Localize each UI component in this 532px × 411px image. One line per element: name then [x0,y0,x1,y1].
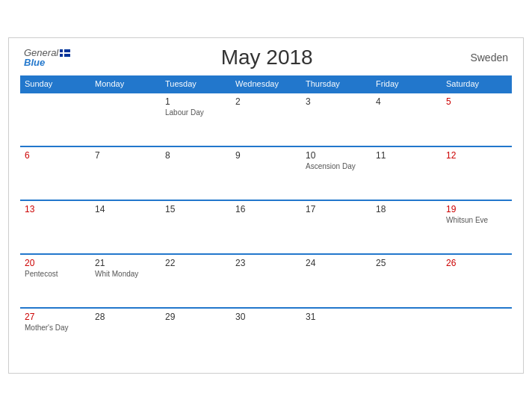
day-number: 25 [376,258,437,268]
week-row-4: 27Mother's Day28293031 [20,308,512,362]
day-number: 23 [235,258,297,268]
calendar-cell: 3 [301,93,371,146]
weekday-header-thursday: Thursday [301,75,371,93]
day-number: 7 [95,150,156,161]
day-number: 16 [235,204,297,214]
day-number: 26 [446,258,507,268]
day-number: 22 [165,258,226,268]
calendar-cell: 18 [371,200,442,254]
calendar-cell: 31 [301,308,371,362]
calendar-cell: 29 [161,308,231,362]
day-number: 5 [446,96,507,107]
day-event: Pentecost [25,270,86,278]
week-row-2: 13141516171819Whitsun Eve [20,200,512,254]
logo-blue-text: Blue [24,58,45,67]
calendar-container: General Blue May 2018 Sweden SundayMonda… [8,37,524,374]
calendar-cell: 21Whit Monday [90,254,161,308]
calendar-cell: 12 [442,146,512,200]
calendar-cell: 25 [371,254,442,308]
day-number: 28 [95,312,156,322]
calendar-cell: 26 [442,254,512,308]
day-number: 2 [235,96,297,107]
weekday-header-wednesday: Wednesday [231,75,301,93]
weekday-header-saturday: Saturday [442,75,512,93]
calendar-cell: 30 [231,308,301,362]
calendar-cell [371,308,442,362]
calendar-cell: 9 [231,146,301,200]
day-number: 17 [306,204,367,214]
day-number: 9 [235,150,297,161]
day-number: 18 [376,204,437,214]
day-number: 13 [25,204,86,214]
week-row-0: 1Labour Day2345 [20,93,512,146]
day-event: Labour Day [165,108,226,117]
calendar-cell: 8 [161,146,231,200]
week-row-3: 20Pentecost21Whit Monday2223242526 [20,254,512,308]
calendar-cell: 2 [231,93,301,146]
day-number: 29 [165,312,226,322]
day-event: Whit Monday [95,270,156,278]
day-number: 3 [306,96,367,107]
calendar-cell: 20Pentecost [20,254,90,308]
calendar-cell: 16 [231,200,301,254]
calendar-cell: 14 [90,200,161,254]
day-event: Whitsun Eve [446,216,507,224]
calendar-cell [20,93,90,146]
day-number: 15 [165,204,226,214]
calendar-cell: 17 [301,200,371,254]
weekday-header-row: SundayMondayTuesdayWednesdayThursdayFrid… [20,75,512,93]
day-event: Ascension Day [306,162,367,170]
calendar-cell [90,93,161,146]
calendar-cell: 22 [161,254,231,308]
calendar-cell: 5 [442,93,512,146]
day-number: 11 [376,150,437,161]
logo-flag-icon [60,49,70,57]
calendar-country: Sweden [463,52,508,64]
week-row-1: 678910Ascension Day1112 [20,146,512,200]
weekday-header-monday: Monday [90,75,161,93]
calendar-cell: 24 [301,254,371,308]
weekday-header-friday: Friday [371,75,442,93]
calendar-cell: 28 [90,308,161,362]
weekday-header-sunday: Sunday [20,75,90,93]
calendar-cell: 27Mother's Day [20,308,90,362]
calendar-cell: 13 [20,200,90,254]
calendar-cell [442,308,512,362]
logo: General Blue [24,48,70,67]
day-number: 31 [306,312,367,322]
day-number: 19 [446,204,507,214]
day-number: 20 [25,258,86,268]
day-number: 6 [25,150,86,161]
calendar-cell: 6 [20,146,90,200]
day-number: 1 [165,96,226,107]
calendar-cell: 4 [371,93,442,146]
day-number: 27 [25,312,86,322]
weekday-header-tuesday: Tuesday [161,75,231,93]
day-number: 24 [306,258,367,268]
calendar-cell: 1Labour Day [161,93,231,146]
calendar-cell: 10Ascension Day [301,146,371,200]
day-number: 30 [235,312,297,322]
calendar-cell: 23 [231,254,301,308]
day-number: 14 [95,204,156,214]
calendar-cell: 7 [90,146,161,200]
day-number: 12 [446,150,507,161]
calendar-cell: 19Whitsun Eve [442,200,512,254]
calendar-cell: 15 [161,200,231,254]
day-number: 21 [95,258,156,268]
calendar-title: May 2018 [70,46,463,69]
day-number: 10 [306,150,367,161]
calendar-header: General Blue May 2018 Sweden [20,46,512,69]
day-number: 8 [165,150,226,161]
calendar-grid: SundayMondayTuesdayWednesdayThursdayFrid… [20,75,512,362]
day-number: 4 [376,96,437,107]
day-event: Mother's Day [25,324,86,332]
calendar-cell: 11 [371,146,442,200]
